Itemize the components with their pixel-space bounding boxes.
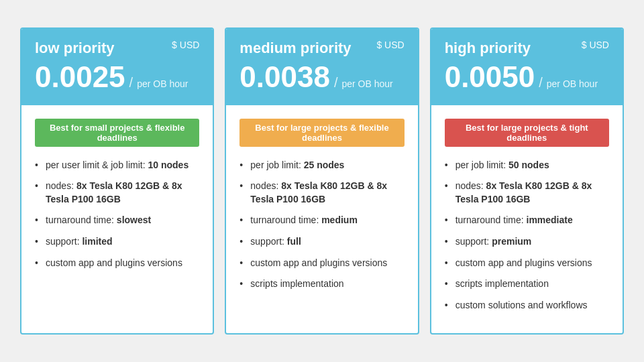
- features-list-high: per job limit: 50 nodesnodes: 8x Tesla K…: [445, 159, 609, 312]
- price-unit-low: per OB hour: [137, 78, 188, 89]
- pricing-card-medium: medium priority$ USD0.0038/per OB hourBe…: [225, 27, 419, 335]
- feature-item-high-0: per job limit: 50 nodes: [445, 159, 609, 172]
- price-value-high: 0.0050: [445, 62, 535, 92]
- card-currency-medium: $ USD: [376, 40, 404, 50]
- feature-item-medium-0: per job limit: 25 nodes: [239, 159, 404, 172]
- card-currency-low: $ USD: [172, 40, 199, 50]
- card-title-low: low priority: [35, 40, 115, 57]
- card-body-medium: Best for large projects & flexible deadl…: [226, 105, 417, 312]
- card-title-medium: medium priority: [239, 40, 351, 57]
- price-separator-medium: /: [334, 75, 338, 90]
- card-badge-high: Best for large projects & tight deadline…: [445, 119, 609, 147]
- feature-item-medium-1: nodes: 8x Tesla K80 12GB & 8x Tesla P100…: [239, 180, 404, 206]
- price-value-low: 0.0025: [35, 62, 125, 92]
- feature-item-high-5: scripts implementation: [445, 278, 609, 291]
- price-separator-high: /: [539, 75, 543, 90]
- pricing-card-high: high priority$ USD0.0050/per OB hourBest…: [430, 27, 624, 335]
- feature-item-high-1: nodes: 8x Tesla K80 12GB & 8x Tesla P100…: [445, 180, 609, 206]
- feature-item-low-4: custom app and plugins versions: [35, 257, 199, 270]
- feature-item-high-2: turnaround time: immediate: [445, 214, 609, 227]
- feature-item-medium-5: scripts implementation: [239, 278, 404, 291]
- pricing-container: low priority$ USD0.0025/per OB hourBest …: [13, 21, 631, 342]
- price-unit-high: per OB hour: [547, 78, 598, 89]
- card-header-medium: medium priority$ USD0.0038/per OB hour: [226, 29, 417, 105]
- feature-item-high-4: custom app and plugins versions: [445, 257, 609, 270]
- price-value-medium: 0.0038: [239, 62, 330, 92]
- price-row-medium: 0.0038/per OB hour: [239, 62, 404, 92]
- features-list-medium: per job limit: 25 nodesnodes: 8x Tesla K…: [239, 159, 404, 291]
- feature-item-low-3: support: limited: [35, 235, 199, 249]
- price-separator-low: /: [129, 75, 133, 90]
- card-header-high: high priority$ USD0.0050/per OB hour: [431, 29, 623, 105]
- card-header-top-low: low priority$ USD: [35, 40, 199, 57]
- card-badge-low: Best for small projects & flexible deadl…: [35, 119, 199, 147]
- feature-item-low-0: per user limit & job limit: 10 nodes: [35, 159, 199, 172]
- feature-item-low-2: turnaround time: slowest: [35, 214, 199, 227]
- card-title-high: high priority: [445, 40, 531, 57]
- card-header-low: low priority$ USD0.0025/per OB hour: [21, 29, 213, 105]
- card-header-top-high: high priority$ USD: [445, 40, 609, 57]
- features-list-low: per user limit & job limit: 10 nodesnode…: [35, 159, 199, 270]
- feature-item-medium-3: support: full: [239, 235, 404, 249]
- price-unit-medium: per OB hour: [341, 78, 392, 89]
- price-row-high: 0.0050/per OB hour: [445, 62, 609, 92]
- card-badge-medium: Best for large projects & flexible deadl…: [239, 119, 404, 147]
- feature-item-high-3: support: premium: [445, 235, 609, 249]
- price-row-low: 0.0025/per OB hour: [35, 62, 199, 92]
- feature-item-medium-2: turnaround time: medium: [239, 214, 404, 227]
- card-body-low: Best for small projects & flexible deadl…: [21, 105, 213, 292]
- feature-item-high-6: custom solutions and workflows: [445, 299, 609, 312]
- feature-item-medium-4: custom app and plugins versions: [239, 257, 404, 270]
- feature-item-low-1: nodes: 8x Tesla K80 12GB & 8x Tesla P100…: [35, 180, 199, 206]
- card-header-top-medium: medium priority$ USD: [239, 40, 404, 57]
- card-currency-high: $ USD: [582, 40, 609, 50]
- card-body-high: Best for large projects & tight deadline…: [431, 105, 623, 334]
- pricing-card-low: low priority$ USD0.0025/per OB hourBest …: [20, 27, 214, 335]
